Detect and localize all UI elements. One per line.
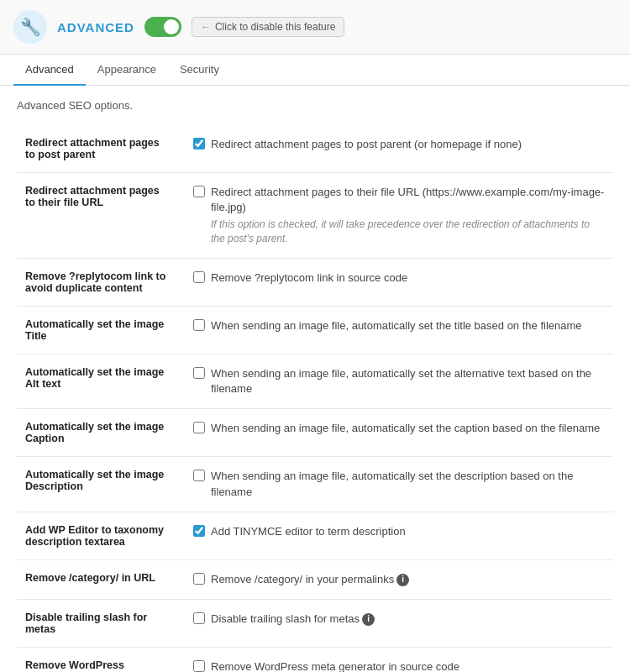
checkbox-row-4: When sending an image file, automaticall… bbox=[193, 366, 605, 396]
info-icon-8[interactable]: i bbox=[396, 574, 409, 586]
checkbox-8[interactable] bbox=[193, 573, 205, 585]
checkbox-row-3: When sending an image file, automaticall… bbox=[193, 318, 605, 333]
row-control-1: Redirect attachment pages to their file … bbox=[185, 173, 613, 259]
row-control-8: Remove /category/ in your permalinksi bbox=[185, 559, 613, 599]
checkbox-row-6: When sending an image file, automaticall… bbox=[193, 469, 605, 499]
tab-advanced[interactable]: Advanced bbox=[13, 55, 86, 86]
checkbox-label-3: When sending an image file, automaticall… bbox=[211, 319, 582, 332]
row-control-9: Disable trailing slash for metasi bbox=[185, 599, 613, 647]
table-row: Redirect attachment pages to post parent… bbox=[17, 125, 613, 173]
row-control-7: Add TINYMCE editor to term description bbox=[185, 512, 613, 559]
page-header: 🔧 ADVANCED ← Click to disable this featu… bbox=[0, 0, 630, 55]
row-control-4: When sending an image file, automaticall… bbox=[185, 354, 613, 408]
row-label-2: Remove ?replytocom link to avoid duplica… bbox=[17, 258, 185, 306]
row-label-8: Remove /category/ in URL bbox=[17, 559, 185, 599]
checkbox-label-2: Remove ?replytocom link in source code bbox=[211, 271, 407, 284]
section-description: Advanced SEO options. bbox=[17, 99, 613, 112]
row-label-0: Redirect attachment pages to post parent bbox=[17, 125, 185, 173]
row-label-1: Redirect attachment pages to their file … bbox=[17, 173, 185, 259]
checkbox-4[interactable] bbox=[193, 367, 205, 379]
checkbox-label-8: Remove /category/ in your permalinksi bbox=[211, 573, 409, 585]
table-row: Remove WordPress generator meta tagRemov… bbox=[17, 647, 613, 672]
checkbox-row-9: Disable trailing slash for metasi bbox=[193, 612, 605, 627]
arrow-icon: ← bbox=[201, 21, 211, 33]
checkbox-9[interactable] bbox=[193, 612, 205, 624]
row-control-2: Remove ?replytocom link in source code bbox=[185, 258, 613, 306]
checkbox-label-6: When sending an image file, automaticall… bbox=[211, 470, 573, 497]
checkbox-label-4: When sending an image file, automaticall… bbox=[211, 367, 591, 395]
checkbox-6[interactable] bbox=[193, 470, 205, 481]
checkbox-row-8: Remove /category/ in your permalinksi bbox=[193, 572, 605, 587]
settings-table: Redirect attachment pages to post parent… bbox=[17, 125, 613, 672]
checkbox-10[interactable] bbox=[193, 660, 205, 672]
table-row: Remove ?replytocom link to avoid duplica… bbox=[17, 258, 613, 306]
table-row: Add WP Editor to taxonomy description te… bbox=[17, 512, 613, 559]
checkbox-label-7: Add TINYMCE editor to term description bbox=[211, 525, 406, 538]
table-row: Redirect attachment pages to their file … bbox=[17, 173, 613, 259]
row-control-10: Remove WordPress meta generator in sourc… bbox=[185, 647, 613, 672]
checkbox-label-1: Redirect attachment pages to their file … bbox=[211, 186, 604, 213]
tab-appearance[interactable]: Appearance bbox=[86, 55, 168, 86]
checkbox-label-9: Disable trailing slash for metasi bbox=[211, 612, 375, 625]
checkbox-3[interactable] bbox=[193, 319, 205, 331]
checkbox-row-7: Add TINYMCE editor to term description bbox=[193, 524, 605, 539]
table-row: Automatically set the image DescriptionW… bbox=[17, 457, 613, 512]
table-row: Automatically set the image Alt textWhen… bbox=[17, 354, 613, 408]
tab-security[interactable]: Security bbox=[168, 55, 231, 86]
page-title: ADVANCED bbox=[57, 20, 134, 34]
checkbox-subtext-1: If this option is checked, it will take … bbox=[211, 218, 605, 246]
checkbox-5[interactable] bbox=[193, 422, 205, 433]
checkbox-label-5: When sending an image file, automaticall… bbox=[211, 422, 600, 434]
checkbox-7[interactable] bbox=[193, 525, 205, 537]
row-control-6: When sending an image file, automaticall… bbox=[185, 457, 613, 512]
row-label-3: Automatically set the image Title bbox=[17, 306, 185, 354]
checkbox-row-5: When sending an image file, automaticall… bbox=[193, 421, 605, 436]
row-control-3: When sending an image file, automaticall… bbox=[185, 306, 613, 354]
content-area: Advanced SEO options. Redirect attachmen… bbox=[0, 86, 630, 672]
table-row: Automatically set the image TitleWhen se… bbox=[17, 306, 613, 354]
checkbox-row-0: Redirect attachment pages to post parent… bbox=[193, 137, 605, 152]
row-label-4: Automatically set the image Alt text bbox=[17, 354, 185, 408]
checkbox-0[interactable] bbox=[193, 138, 205, 150]
row-label-10: Remove WordPress generator meta tag bbox=[17, 647, 185, 672]
row-label-5: Automatically set the image Caption bbox=[17, 409, 185, 457]
feature-toggle[interactable] bbox=[144, 17, 181, 37]
info-icon-9[interactable]: i bbox=[362, 613, 375, 626]
table-row: Remove /category/ in URLRemove /category… bbox=[17, 559, 613, 599]
row-control-0: Redirect attachment pages to post parent… bbox=[185, 125, 613, 173]
checkbox-label-0: Redirect attachment pages to post parent… bbox=[211, 138, 522, 150]
disable-hint-label: Click to disable this feature bbox=[215, 21, 335, 33]
checkbox-2[interactable] bbox=[193, 271, 205, 283]
row-label-9: Disable trailing slash for metas bbox=[17, 599, 185, 647]
row-label-7: Add WP Editor to taxonomy description te… bbox=[17, 512, 185, 559]
checkbox-row-10: Remove WordPress meta generator in sourc… bbox=[193, 659, 605, 672]
checkbox-1[interactable] bbox=[193, 186, 205, 197]
row-label-6: Automatically set the image Description bbox=[17, 457, 185, 512]
table-row: Disable trailing slash for metasDisable … bbox=[17, 599, 613, 647]
feature-toggle-wrap bbox=[144, 17, 181, 37]
row-control-5: When sending an image file, automaticall… bbox=[185, 409, 613, 457]
checkbox-row-1: Redirect attachment pages to their file … bbox=[193, 185, 605, 246]
table-row: Automatically set the image CaptionWhen … bbox=[17, 409, 613, 457]
tabs-bar: Advanced Appearance Security bbox=[0, 55, 630, 86]
disable-feature-button[interactable]: ← Click to disable this feature bbox=[192, 17, 344, 37]
advanced-icon: 🔧 bbox=[13, 10, 47, 44]
checkbox-label-10: Remove WordPress meta generator in sourc… bbox=[211, 660, 459, 672]
checkbox-row-2: Remove ?replytocom link in source code bbox=[193, 270, 605, 286]
